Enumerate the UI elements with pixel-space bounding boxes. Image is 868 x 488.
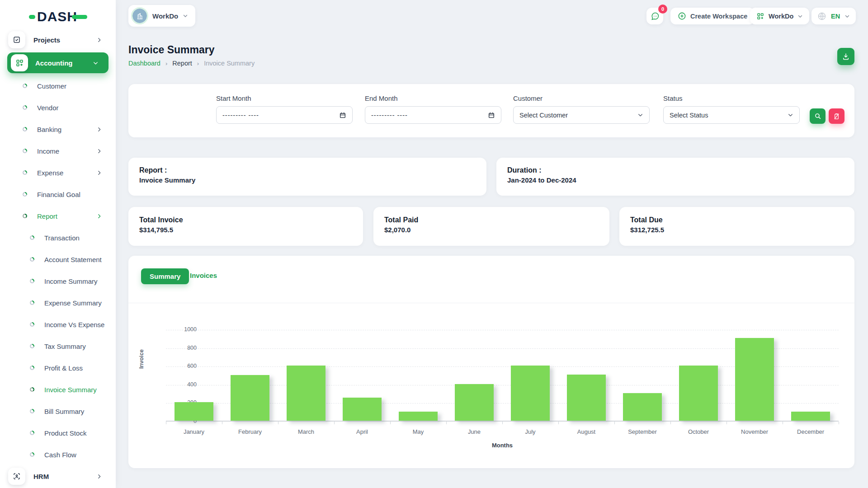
sidebar-item-tax-summary[interactable]: Tax Summary (0, 335, 116, 357)
search-icon (814, 113, 821, 120)
breadcrumb-report[interactable]: Report (172, 60, 192, 67)
bar-february (231, 375, 269, 421)
sidebar-item-label: Banking (37, 126, 61, 133)
customer-select[interactable]: Select Customer (513, 106, 650, 124)
sidebar-item-financial-goal[interactable]: Financial Goal (0, 183, 116, 205)
page-title: Invoice Summary (128, 44, 214, 56)
calendar-icon (488, 112, 495, 119)
sidebar: DASH ProjectsAccountingCustomerVendorBan… (0, 0, 116, 488)
workspace-name: WorkDo (152, 12, 178, 20)
sidebar-item-customer[interactable]: Customer (0, 75, 116, 97)
create-workspace-button[interactable]: Create Workspace (670, 8, 755, 24)
create-workspace-label: Create Workspace (690, 13, 747, 20)
y-axis-title: Invoice (138, 349, 145, 369)
breadcrumb-dashboard[interactable]: Dashboard (128, 60, 160, 67)
workdo-menu[interactable]: WorkDo (750, 8, 809, 24)
sidebar-item-label: Income Summary (44, 277, 98, 285)
x-tick-label: September (614, 428, 670, 435)
end-month-input[interactable]: --------- ---- (365, 106, 501, 124)
workspace-selector[interactable]: WorkDo (128, 5, 195, 27)
sidebar-item-label: Expense Summary (44, 299, 102, 307)
sidebar-item-bill-summary[interactable]: Bill Summary (0, 400, 116, 422)
sidebar-item-report[interactable]: Report (0, 205, 116, 227)
checkbox-icon (8, 31, 25, 48)
chevron-down-icon (844, 14, 850, 19)
x-tick-label: June (446, 428, 502, 435)
status-label: Status (663, 94, 800, 102)
tab-invoices[interactable]: Invoices (190, 272, 217, 279)
sidebar-item-expense[interactable]: Expense (0, 162, 116, 183)
chevron-right-icon (96, 213, 102, 219)
x-tick-label: August (558, 428, 614, 435)
building-icon (132, 9, 147, 23)
sidebar-item-income[interactable]: Income (0, 140, 116, 162)
breadcrumb: Dashboard › Report › Invoice Summary (128, 60, 255, 67)
duration-value: Jan-2024 to Dec-2024 (507, 176, 844, 184)
x-tick-label: February (222, 428, 278, 435)
sidebar-item-product-stock[interactable]: Product Stock (0, 422, 116, 444)
duration-label: Duration : (507, 166, 844, 174)
sidebar-item-label: Income Vs Expense (44, 321, 104, 328)
sidebar-item-label: Vendor (37, 104, 59, 112)
reset-filter-button[interactable] (829, 108, 844, 124)
bar-july (511, 366, 550, 421)
bullet-icon (30, 257, 34, 262)
download-button[interactable] (837, 48, 854, 65)
sidebar-item-vendor[interactable]: Vendor (0, 97, 116, 118)
sidebar-item-profit-loss[interactable]: Profit & Loss (0, 357, 116, 379)
sidebar-nav: ProjectsAccountingCustomerVendorBankingI… (0, 29, 116, 487)
bar-october (679, 366, 718, 421)
x-tick-mark (726, 422, 727, 424)
sidebar-item-cash-flow[interactable]: Cash Flow (0, 444, 116, 465)
x-tick-mark (166, 422, 166, 424)
x-tick-label: July (502, 428, 558, 435)
gridline (166, 330, 839, 330)
app-logo[interactable]: DASH (29, 10, 87, 23)
report-value: Invoice Summary (139, 176, 476, 184)
sidebar-item-income-summary[interactable]: Income Summary (0, 270, 116, 292)
x-tick-mark (222, 422, 222, 424)
sidebar-item-account-statement[interactable]: Account Statement (0, 249, 116, 270)
summary-chart-card: Summary Invoices Invoice 020040060080010… (128, 256, 854, 468)
start-month-label: Start Month (216, 94, 353, 102)
sidebar-item-banking[interactable]: Banking (0, 118, 116, 140)
chevron-right-icon: › (165, 60, 167, 67)
tab-summary[interactable]: Summary (141, 268, 189, 284)
sidebar-item-projects[interactable]: Projects (0, 29, 116, 51)
x-tick-label: May (390, 428, 446, 435)
breadcrumb-current: Invoice Summary (204, 60, 255, 67)
sidebar-item-label: Report (37, 212, 57, 220)
language-selector[interactable]: EN (811, 8, 856, 24)
bullet-icon (30, 366, 34, 370)
chevron-down-icon (788, 112, 793, 118)
x-tick-label: January (166, 428, 222, 435)
x-tick-label: November (726, 428, 783, 435)
bar-november (735, 338, 774, 421)
scan-icon (8, 468, 25, 485)
start-month-input[interactable]: --------- ---- (216, 106, 353, 124)
globe-icon (817, 12, 826, 21)
chevron-right-icon (96, 37, 102, 43)
sidebar-item-expense-summary[interactable]: Expense Summary (0, 292, 116, 314)
sidebar-item-hrm[interactable]: HRM (0, 465, 116, 487)
sidebar-item-accounting[interactable]: Accounting (7, 52, 108, 73)
chevron-right-icon: › (197, 60, 199, 67)
sidebar-item-label: Accounting (35, 59, 73, 67)
report-label: Report : (139, 166, 476, 174)
messages-button[interactable]: 0 (646, 8, 663, 24)
customer-label: Customer (513, 94, 650, 102)
sidebar-item-income-vs-expense[interactable]: Income Vs Expense (0, 314, 116, 335)
y-tick-label: 400 (170, 381, 197, 388)
status-select[interactable]: Select Status (663, 106, 800, 124)
start-month-placeholder: --------- ---- (222, 112, 339, 119)
bullet-icon (30, 431, 34, 435)
bar-april (343, 398, 382, 421)
total-paid-value: $2,070.0 (384, 226, 599, 234)
sidebar-item-invoice-summary[interactable]: Invoice Summary (0, 379, 116, 400)
bullet-icon (23, 192, 27, 197)
sidebar-item-transaction[interactable]: Transaction (0, 227, 116, 249)
apply-filter-button[interactable] (810, 108, 826, 124)
bullet-icon (23, 214, 27, 218)
total-invoice-label: Total Invoice (139, 216, 352, 224)
x-tick-mark (839, 422, 839, 424)
